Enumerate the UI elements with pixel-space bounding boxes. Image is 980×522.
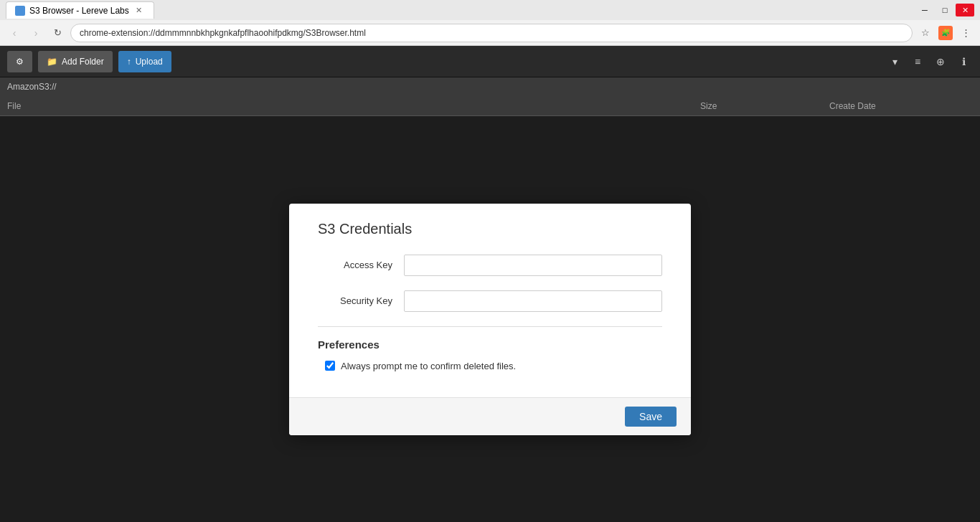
nav-bar: ‹ › ↻ chrome-extension://ddmmmnnbkhpkgnk… [0, 20, 980, 46]
modal-title: S3 Credentials [318, 221, 662, 237]
chrome-menu-icon[interactable]: ⋮ [957, 24, 974, 42]
upload-icon: ↑ [127, 57, 131, 67]
modal-footer: Save [289, 397, 691, 435]
list-view-icon[interactable]: ≡ [908, 52, 927, 71]
title-bar: S3 Browser - Lereve Labs ✕ ─ □ ✕ [0, 0, 980, 20]
info-icon[interactable]: ℹ [954, 52, 973, 71]
close-button[interactable]: ✕ [956, 4, 974, 16]
bookmark-icon[interactable]: ☆ [917, 24, 934, 42]
confirm-delete-checkbox[interactable] [325, 361, 335, 371]
back-button[interactable]: ‹ [6, 24, 23, 42]
breadcrumb-path: AmazonS3:// [7, 82, 57, 92]
nav-right-icons: ☆ 🧩 ⋮ [917, 24, 974, 42]
modal-body: S3 Credentials Access Key Security Key P… [289, 204, 691, 397]
maximize-button[interactable]: □ [936, 4, 954, 16]
security-key-label: Security Key [318, 295, 404, 306]
security-key-input[interactable] [404, 290, 662, 312]
modal-overlay: S3 Credentials Access Key Security Key P… [0, 116, 980, 522]
browser-tab[interactable]: S3 Browser - Lereve Labs ✕ [6, 1, 154, 19]
breadcrumb-bar: AmazonS3:// [0, 77, 980, 96]
preferences-section: Preferences Always prompt me to confirm … [318, 326, 662, 371]
access-key-input[interactable] [404, 255, 662, 276]
content-area: S3 Credentials Access Key Security Key P… [0, 116, 980, 522]
refresh-button[interactable]: ↻ [49, 24, 66, 42]
upload-button[interactable]: ↑ Upload [118, 51, 171, 72]
dropdown-icon[interactable]: ▾ [885, 52, 904, 71]
minimize-button[interactable]: ─ [915, 4, 934, 16]
upload-label: Upload [136, 57, 163, 67]
ext-puzzle-icon: 🧩 [938, 26, 953, 40]
confirm-delete-label: Always prompt me to confirm deleted file… [341, 361, 516, 371]
security-key-row: Security Key [318, 290, 662, 312]
extension-icon[interactable]: 🧩 [937, 24, 954, 42]
folder-icon: 📁 [47, 57, 57, 67]
s3-credentials-modal: S3 Credentials Access Key Security Key P… [289, 204, 691, 435]
app-toolbar: ⚙ 📁 Add Folder ↑ Upload ▾ ≡ ⊕ ℹ [0, 46, 980, 77]
settings-button[interactable]: ⚙ [7, 51, 32, 72]
url-text: chrome-extension://ddmmmnnbkhpkgnkafpflh… [80, 28, 366, 38]
forward-button[interactable]: › [27, 24, 44, 42]
access-key-label: Access Key [318, 260, 404, 270]
toolbar-right: ▾ ≡ ⊕ ℹ [885, 52, 973, 71]
preferences-title: Preferences [318, 338, 662, 351]
add-folder-button[interactable]: 📁 Add Folder [38, 51, 113, 72]
window-controls: ─ □ ✕ [915, 4, 974, 16]
tab-favicon [15, 6, 25, 16]
address-bar[interactable]: chrome-extension://ddmmmnnbkhpkgnkafpflh… [70, 24, 913, 42]
file-table-header: File Size Create Date [0, 96, 980, 116]
tab-title: S3 Browser - Lereve Labs [29, 6, 129, 16]
settings-icon: ⚙ [16, 57, 24, 67]
tab-close-button[interactable]: ✕ [133, 5, 145, 16]
save-button[interactable]: Save [625, 407, 677, 427]
size-column-header: Size [700, 101, 829, 111]
add-icon[interactable]: ⊕ [931, 52, 950, 71]
date-column-header: Create Date [829, 101, 973, 111]
add-folder-label: Add Folder [62, 57, 104, 67]
file-column-header: File [7, 101, 700, 111]
access-key-row: Access Key [318, 255, 662, 276]
confirm-delete-row: Always prompt me to confirm deleted file… [318, 361, 662, 371]
